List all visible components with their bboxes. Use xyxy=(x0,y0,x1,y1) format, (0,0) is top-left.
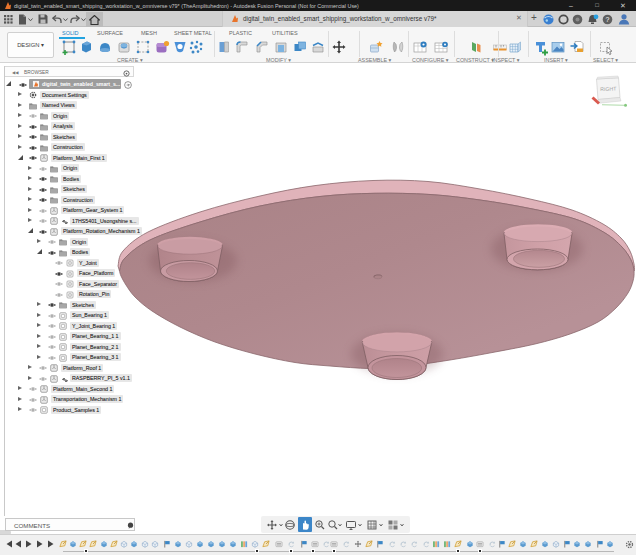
svg-text:RIGHT: RIGHT xyxy=(600,85,617,92)
svg-text:?: ? xyxy=(606,16,610,23)
